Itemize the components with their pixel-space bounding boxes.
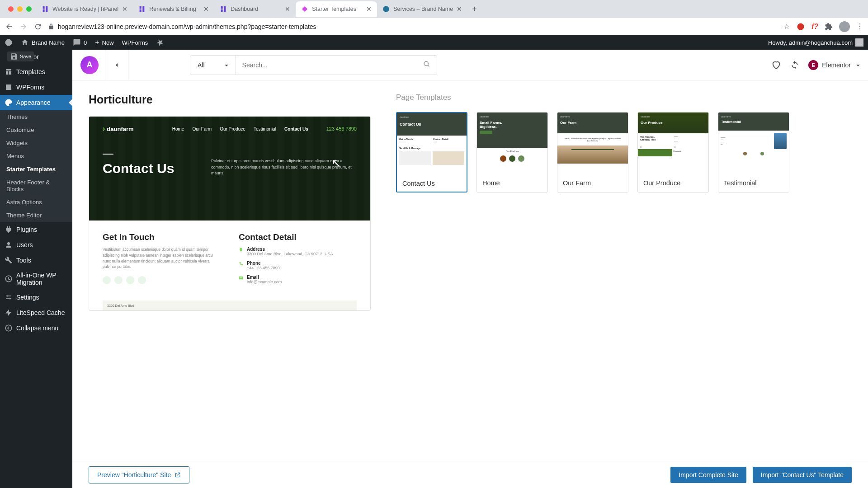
submenu-menus[interactable]: Menus bbox=[0, 150, 72, 163]
template-preview: daunfarm Home Our Farm Our Produce Testi… bbox=[89, 116, 371, 311]
bookmark-star-icon[interactable]: ☆ bbox=[783, 22, 790, 31]
sidebar-item-users[interactable]: Users bbox=[0, 237, 72, 253]
category-filter-dropdown[interactable]: All bbox=[190, 56, 236, 75]
submenu-starter-templates[interactable]: Starter Templates bbox=[0, 163, 72, 176]
template-card-contact-us[interactable]: daunfarmContact UsGet In Touch━━━━━Conta… bbox=[396, 112, 467, 192]
preview-text: Vestibulum accumsan scelerisque dolor qu… bbox=[103, 247, 221, 270]
url-input[interactable]: hoganreview123-online.preview-domain.com… bbox=[48, 23, 778, 30]
template-grid: daunfarmContact UsGet In Touch━━━━━Conta… bbox=[396, 112, 852, 192]
preview-map: 3300 Del Amo Blvd bbox=[103, 300, 357, 310]
page-title: Horticulture bbox=[89, 93, 371, 106]
sidebar-item-tools[interactable]: Tools bbox=[0, 253, 72, 268]
submenu-astra-options[interactable]: Astra Options bbox=[0, 196, 72, 209]
appearance-submenu: Themes Customize Widgets Menus Starter T… bbox=[0, 110, 72, 222]
user-avatar-icon bbox=[855, 38, 863, 47]
svg-point-5 bbox=[9, 298, 11, 300]
new-tab-button[interactable]: + bbox=[467, 5, 481, 14]
window-controls[interactable] bbox=[4, 6, 36, 12]
svg-point-0 bbox=[383, 6, 389, 12]
submenu-header-footer[interactable]: Header Footer & Blocks bbox=[0, 176, 72, 196]
preview-site-button[interactable]: Preview "Horticulture" Site bbox=[89, 466, 189, 483]
sidebar-item-elementor[interactable]: Save entor bbox=[0, 50, 72, 64]
new-link[interactable]: +New bbox=[95, 38, 113, 47]
sidebar-item-appearance[interactable]: Appearance bbox=[0, 95, 72, 110]
favorites-icon[interactable] bbox=[771, 60, 781, 70]
chrome-menu-icon[interactable]: ⋮ bbox=[856, 22, 863, 31]
template-label: Testimonial bbox=[718, 175, 789, 191]
svg-point-1 bbox=[797, 23, 804, 30]
browser-tab[interactable]: Services – Brand Name ✕ bbox=[377, 1, 467, 17]
maximize-window-icon[interactable] bbox=[26, 6, 32, 12]
svg-point-6 bbox=[5, 325, 12, 331]
profile-avatar[interactable] bbox=[839, 21, 850, 32]
close-tab-icon[interactable]: ✕ bbox=[285, 5, 290, 13]
content-area: Horticulture daunfarm Home Our Farm Our … bbox=[72, 80, 868, 461]
sidebar-item-plugins[interactable]: Plugins bbox=[0, 222, 72, 237]
astra-link[interactable] bbox=[156, 38, 164, 47]
close-tab-icon[interactable]: ✕ bbox=[457, 5, 462, 13]
submenu-customize[interactable]: Customize bbox=[0, 123, 72, 136]
import-template-button[interactable]: Import "Contact Us" Template bbox=[753, 467, 852, 483]
search-icon[interactable] bbox=[417, 61, 437, 70]
page-builder-selector[interactable]: E Elementor bbox=[808, 60, 860, 70]
template-card-testimonial[interactable]: daunfarmTestimonial━━━━━━━━━━━━━━ Testim… bbox=[718, 112, 789, 192]
sidebar-item-settings[interactable]: Settings bbox=[0, 290, 72, 305]
submenu-theme-editor[interactable]: Theme Editor bbox=[0, 209, 72, 222]
template-label: Our Produce bbox=[638, 175, 708, 191]
import-site-button[interactable]: Import Complete Site bbox=[670, 467, 746, 483]
close-tab-icon[interactable]: ✕ bbox=[122, 5, 127, 13]
browser-tab[interactable]: Renewals & Billing ✕ bbox=[133, 1, 214, 17]
search-container: All bbox=[190, 55, 437, 75]
tab-title: Services – Brand Name bbox=[393, 6, 453, 12]
comments-link[interactable]: 0 bbox=[73, 38, 87, 47]
tab-title: Dashboard bbox=[231, 6, 281, 12]
submenu-widgets[interactable]: Widgets bbox=[0, 136, 72, 150]
wp-logo[interactable] bbox=[5, 38, 13, 47]
save-chip[interactable]: Save bbox=[7, 52, 34, 61]
chevron-down-icon bbox=[223, 61, 228, 69]
close-window-icon[interactable] bbox=[8, 6, 14, 12]
extension-icon[interactable]: f? bbox=[811, 23, 818, 31]
sidebar-item-migration[interactable]: All-in-One WP Migration bbox=[0, 268, 72, 290]
sidebar-item-templates[interactable]: Templates bbox=[0, 64, 72, 80]
sync-icon[interactable] bbox=[790, 61, 799, 70]
close-tab-icon[interactable]: ✕ bbox=[203, 5, 209, 13]
howdy-link[interactable]: Howdy, admin@hoganchua.com bbox=[768, 38, 863, 47]
hostinger-icon bbox=[42, 5, 49, 13]
template-card-our-produce[interactable]: daunfarmOur ProduceThe Freshest,Chemical… bbox=[637, 112, 709, 192]
preview-hero-text: Pulvinar et turpis arcu mauris vestibulu… bbox=[211, 154, 357, 177]
svg-point-2 bbox=[5, 39, 12, 46]
back-button[interactable] bbox=[105, 50, 128, 80]
extension-icon[interactable] bbox=[796, 22, 805, 31]
forward-button[interactable] bbox=[19, 22, 28, 31]
back-button[interactable] bbox=[5, 22, 14, 31]
site-link[interactable]: Brand Name bbox=[21, 38, 65, 47]
starter-templates-icon bbox=[301, 5, 308, 13]
browser-tab[interactable]: Website is Ready | hPanel ✕ bbox=[36, 1, 133, 17]
template-card-our-farm[interactable]: daunfarmOur FarmWe're Committed To Provi… bbox=[557, 112, 628, 192]
wpforms-link[interactable]: WPForms bbox=[122, 39, 148, 46]
preview-socials bbox=[103, 276, 221, 284]
wp-admin-sidebar: Save entor Templates WPForms Appearance … bbox=[0, 50, 72, 488]
tab-title: Website is Ready | hPanel bbox=[52, 6, 118, 12]
preview-nav: Home Our Farm Our Produce Testimonial Co… bbox=[172, 127, 308, 131]
preview-hero: daunfarm Home Our Farm Our Produce Testi… bbox=[89, 117, 370, 221]
submenu-themes[interactable]: Themes bbox=[0, 110, 72, 123]
address-bar: hoganreview123-online.preview-domain.com… bbox=[0, 18, 868, 35]
close-tab-icon[interactable]: ✕ bbox=[366, 5, 372, 13]
preview-brand: daunfarm bbox=[103, 125, 134, 133]
browser-tab-active[interactable]: Starter Templates ✕ bbox=[296, 1, 377, 17]
wp-admin-bar: Brand Name 0 +New WPForms Howdy, admin@h… bbox=[0, 35, 868, 50]
url-text: hoganreview123-online.preview-domain.com… bbox=[58, 23, 316, 30]
template-label: Contact Us bbox=[397, 175, 467, 192]
browser-tab[interactable]: Dashboard ✕ bbox=[214, 1, 296, 17]
sidebar-collapse[interactable]: Collapse menu bbox=[0, 320, 72, 336]
extensions-icon[interactable] bbox=[825, 23, 833, 31]
minimize-window-icon[interactable] bbox=[17, 6, 23, 12]
reload-button[interactable] bbox=[33, 22, 42, 31]
search-input[interactable] bbox=[236, 56, 417, 75]
lock-icon bbox=[48, 23, 54, 30]
template-card-home[interactable]: daunfarmSmall Farms.Big Ideas.Our Produc… bbox=[476, 112, 548, 192]
sidebar-item-wpforms[interactable]: WPForms bbox=[0, 80, 72, 95]
sidebar-item-litespeed[interactable]: LiteSpeed Cache bbox=[0, 305, 72, 320]
